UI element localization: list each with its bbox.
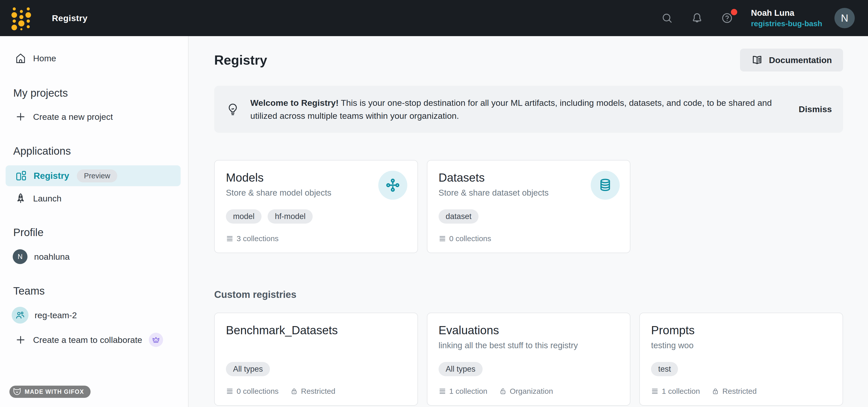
sidebar-item-registry-selected[interactable]: Registry Preview [6, 165, 181, 186]
user-avatar[interactable]: N [834, 8, 855, 28]
collections-icon [226, 235, 234, 243]
card-subtitle: testing woo [651, 340, 831, 351]
collections-count: 0 collections [439, 234, 491, 243]
model-icon [378, 171, 407, 200]
collections-icon [651, 387, 659, 395]
tag: All types [439, 362, 483, 376]
preview-badge: Preview [77, 169, 117, 182]
card-tags: test [651, 362, 831, 376]
card-subtitle: linking all the best stuff to this regis… [439, 340, 619, 351]
tag: test [651, 362, 678, 376]
main-content: Registry Documentation Welcome to Regist… [189, 36, 868, 407]
collections-count: 0 collections [226, 387, 279, 396]
wandb-logo[interactable] [11, 6, 31, 30]
user-name: Noah Luna [751, 8, 822, 18]
topbar-actions: Noah Luna registries-bug-bash N [661, 8, 868, 28]
profile-heading: Profile [13, 226, 43, 239]
dismiss-button[interactable]: Dismiss [799, 104, 832, 114]
registry-card-datasets[interactable]: Datasets Store & share dataset objects d… [427, 160, 631, 253]
profile-avatar: N [13, 249, 28, 264]
sidebar-item-label: Create a new project [33, 112, 113, 122]
card-tags: All types [226, 362, 406, 376]
card-tags: All types [439, 362, 619, 376]
user-org-link[interactable]: registries-bug-bash [751, 19, 822, 28]
registry-grid-icon [15, 170, 27, 182]
upgrade-crown-badge [149, 333, 163, 347]
lightbulb-icon [226, 102, 240, 116]
registry-card-models[interactable]: Models Store & share model objects model… [214, 160, 418, 253]
visibility-status: Restricted [290, 387, 335, 396]
plus-icon [15, 334, 27, 346]
search-icon [661, 12, 673, 24]
search-button[interactable] [661, 12, 673, 24]
collections-icon [439, 387, 446, 395]
book-icon [751, 54, 763, 66]
collections-icon [226, 387, 234, 395]
teams-heading: Teams [13, 285, 45, 297]
applications-heading: Applications [13, 145, 71, 157]
card-tags: dataset [439, 209, 619, 224]
plus-icon [15, 111, 27, 123]
gifox-watermark: MADE WITH GIFOX [9, 386, 91, 398]
documentation-button[interactable]: Documentation [740, 49, 843, 71]
page-title: Registry [214, 53, 267, 68]
registry-card-benchmark-datasets[interactable]: Benchmark_Datasets All types 0 collectio… [214, 313, 418, 406]
tag: dataset [439, 209, 479, 224]
sidebar-item-label: noahluna [34, 252, 70, 262]
collections-count: 3 collections [226, 234, 279, 243]
registry-card-prompts[interactable]: Prompts testing woo test 1 collection [639, 313, 843, 406]
card-title: Evaluations [439, 323, 619, 338]
my-projects-heading: My projects [13, 87, 68, 99]
card-meta: 1 collection Organization [439, 387, 619, 396]
sidebar-item-team[interactable]: reg-team-2 [12, 307, 77, 323]
rocket-icon [15, 193, 27, 204]
visibility-status: Restricted [712, 387, 756, 396]
notification-dot [731, 9, 737, 15]
home-icon [15, 53, 27, 64]
notifications-button[interactable] [691, 12, 703, 24]
sidebar-item-launch[interactable]: Launch [15, 193, 62, 204]
team-avatar [12, 307, 29, 323]
core-registries-row: Models Store & share model objects model… [214, 160, 843, 249]
sidebar-item-profile[interactable]: N noahluna [13, 249, 70, 264]
people-icon [15, 310, 25, 320]
card-subtitle [226, 340, 406, 351]
sidebar-item-label: Launch [33, 194, 62, 204]
card-meta: 0 collections Restricted [226, 387, 406, 396]
tag: hf-model [268, 209, 313, 224]
tag: model [226, 209, 261, 224]
sidebar-item-create-project[interactable]: Create a new project [15, 111, 113, 123]
card-tags: model hf-model [226, 209, 406, 224]
tag: All types [226, 362, 270, 376]
sidebar-item-label: Create a team to collaborate [33, 335, 142, 345]
card-title: Prompts [651, 323, 831, 338]
lock-icon [290, 387, 298, 395]
registry-card-evaluations[interactable]: Evaluations linking all the best stuff t… [427, 313, 631, 406]
sidebar-item-create-team[interactable]: Create a team to collaborate [15, 333, 163, 347]
card-meta: 3 collections [226, 234, 406, 243]
fox-icon [12, 387, 22, 396]
custom-registries-heading: Custom registries [214, 289, 297, 300]
app-title: Registry [52, 13, 88, 23]
card-meta: 0 collections [439, 234, 619, 243]
sidebar-item-home[interactable]: Home [15, 53, 56, 64]
bell-icon [691, 12, 703, 24]
banner-message: Welcome to Registry! This is your one-st… [250, 96, 778, 122]
help-button[interactable] [721, 12, 733, 24]
sidebar: Home My projects Create a new project Ap… [0, 36, 189, 407]
card-meta: 1 collection Restricted [651, 387, 831, 396]
collections-count: 1 collection [651, 387, 700, 396]
sidebar-item-label: Registry [34, 171, 69, 181]
visibility-status: Organization [499, 387, 553, 396]
dataset-icon [591, 171, 620, 200]
collections-count: 1 collection [439, 387, 488, 396]
crown-icon [152, 336, 160, 344]
documentation-label: Documentation [769, 55, 832, 65]
user-info: Noah Luna registries-bug-bash [751, 8, 822, 28]
welcome-banner: Welcome to Registry! This is your one-st… [214, 86, 843, 133]
gifox-label: MADE WITH GIFOX [25, 388, 84, 395]
unlock-icon [499, 387, 507, 395]
top-navigation-bar: Registry Noah Luna registries-bug-bash [0, 0, 868, 36]
custom-registries-row: Benchmark_Datasets All types 0 collectio… [214, 313, 843, 403]
sidebar-item-label: reg-team-2 [35, 310, 77, 320]
